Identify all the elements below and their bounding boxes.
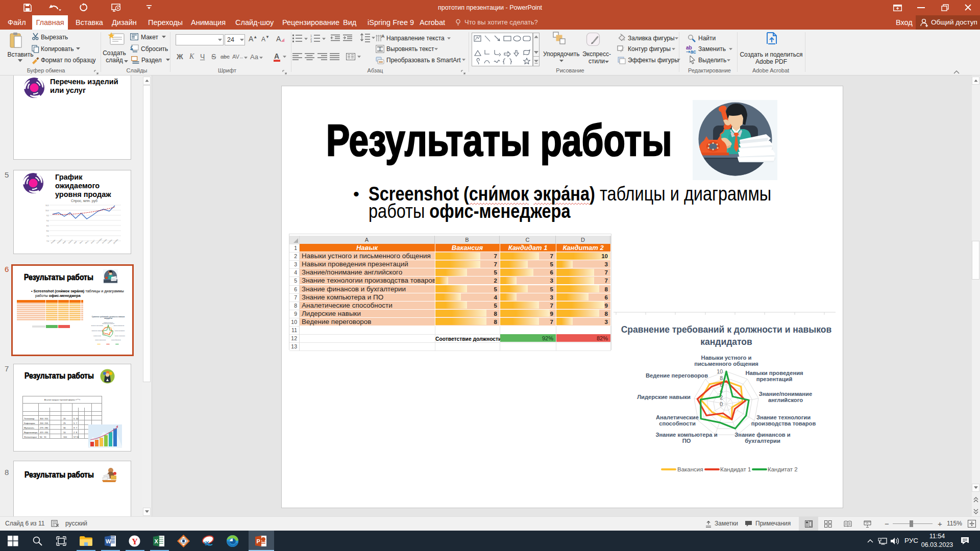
svg-text:кандидатов: кандидатов [700,337,752,347]
svg-text:Лидерские навыки: Лидерские навыки [637,394,691,400]
svg-text:8,0: 8,0 [46,230,49,232]
svg-text:Знание финансов и: Знание финансов и [734,432,790,438]
svg-text:Март: Март [62,240,67,244]
svg-text:Май: Май [74,240,77,244]
svg-text:A: A [381,34,384,39]
svg-text:7,0: 7,0 [46,240,49,242]
svg-text:Аналетические: Аналетические [656,414,699,420]
svg-text:8,5: 8,5 [46,225,49,227]
svg-text:Навыки устного и: Навыки устного и [104,322,113,323]
svg-text:кандидатов: кандидатов [104,318,112,319]
svg-text:9,5: 9,5 [46,215,49,217]
svg-text:8: 8 [720,375,723,381]
svg-text:X: X [155,538,159,544]
svg-text:Y: Y [132,537,138,546]
svg-text:Знание/понимание: Знание/понимание [115,330,126,331]
svg-text:10: 10 [717,368,723,374]
svg-text:Кандитат 2: Кандитат 2 [768,466,798,472]
svg-text:Сравнение требований к должнос: Сравнение требований к должности и навык… [621,324,832,335]
svg-text:W: W [106,538,111,544]
svg-text:Аналетические: Аналетические [93,335,102,336]
svg-text:Апрель: Апрель [68,239,74,244]
svg-text:Вакансия: Вакансия [677,466,703,472]
svg-text:Сравнение требований к должнос: Сравнение требований к должности и навык… [92,316,125,318]
svg-text:Январь: Январь [51,239,56,244]
svg-text:10,5: 10,5 [45,205,49,207]
svg-text:10,0: 10,0 [45,210,49,212]
svg-text:Знание/понимание: Знание/понимание [759,391,812,397]
svg-text:Ведение переговоров: Ведение переговоров [91,325,104,326]
svg-text:7,5: 7,5 [46,235,49,237]
svg-text:Навыки проведения: Навыки проведения [113,325,125,326]
svg-text:презентаций: презентаций [756,376,793,382]
svg-text:0: 0 [720,401,723,407]
svg-text:Знание технологии: Знание технологии [115,335,126,336]
svg-text:Знание компьютера: Знание компьютера [95,339,106,340]
svg-text:способности: способности [659,420,696,427]
svg-text:английского: английского [768,397,803,403]
svg-text:Июль: Июль [85,240,89,244]
svg-text:Знание технологии: Знание технологии [756,414,811,420]
svg-text:Ведение переговоров: Ведение переговоров [646,372,708,379]
svg-text:Навыки устного и: Навыки устного и [701,355,752,361]
svg-text:Август: Август [90,239,95,244]
svg-text:бухгалтерии: бухгалтерии [745,438,780,444]
svg-text:Июнь: Июнь [79,240,84,244]
svg-text:письменного общения: письменного общения [694,361,758,367]
svg-text:письменного общения: письменного общения [102,323,114,324]
svg-text:Знание финансов: Знание финансов [111,339,121,340]
svg-text:Лидерские навыки: Лидерские навыки [91,330,102,331]
svg-text:Февраль: Февраль [57,238,63,244]
svg-text:ПО: ПО [682,438,691,444]
svg-text:Навыки проведения: Навыки проведения [745,370,803,376]
svg-text:P: P [257,538,260,544]
svg-text:Кандидат 1: Кандидат 1 [720,466,751,472]
svg-text:Знание компьютера и: Знание компьютера и [655,432,717,438]
svg-text:9,0: 9,0 [46,220,49,222]
svg-text:3: 3 [310,40,312,42]
svg-text:производства товаров: производства товаров [751,420,816,427]
svg-text:Декабрь: Декабрь [113,238,119,244]
svg-text:Спрос, млн. руб: Спрос, млн. руб [71,199,97,203]
svg-text:Ноябрь: Ноябрь [107,239,113,244]
